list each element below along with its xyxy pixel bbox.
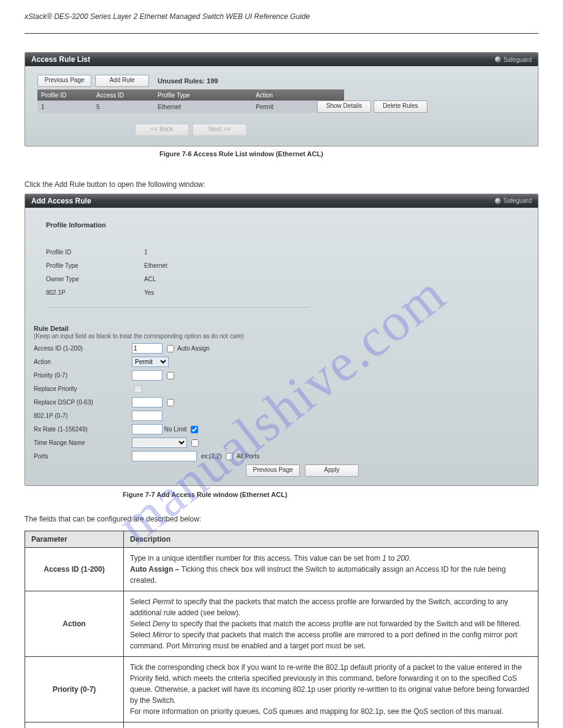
previous-page-button[interactable]: Previous Page: [37, 75, 91, 87]
8021p-rule-label: 802.1P (0-7): [34, 412, 132, 419]
table-header: Profile ID Access ID Profile Type Action: [37, 89, 344, 100]
desc-access-id: Type in a unique identifier number for t…: [124, 547, 538, 591]
doc-header-title: xStack® DES-3200 Series Layer 2 Ethernet…: [25, 12, 538, 21]
rule-detail-heading: Rule Detail: [34, 325, 69, 332]
apply-button[interactable]: Apply: [305, 464, 359, 477]
show-details-button[interactable]: Show Details: [317, 100, 371, 113]
param-priority: Priority (0-7): [25, 656, 124, 722]
panel-titlebar: Access Rule List Safeguard: [25, 53, 538, 66]
8021p-label: 802.1P: [46, 289, 144, 296]
profile-info-heading: Profile Information: [46, 221, 517, 229]
col-profile-type: Profile Type: [158, 92, 256, 99]
access-rule-list-panel: Access Rule List Safeguard Previous Page…: [25, 52, 538, 146]
replace-dscp-checkbox[interactable]: [167, 399, 174, 406]
param-access-id: Access ID (1-200): [25, 547, 124, 591]
ports-hint: ex:(1,2): [201, 453, 222, 460]
safeguard-icon: [495, 56, 501, 63]
priority-input[interactable]: [132, 370, 163, 381]
replace-priority-checkbox[interactable]: [134, 385, 142, 393]
mid-text: Click the Add Rule button to open the fo…: [25, 180, 538, 190]
priority-label: Priority (0-7): [34, 372, 132, 379]
ports-label: Ports: [34, 453, 132, 460]
unused-rules-label: Unused Rules: 199: [158, 77, 218, 85]
cell-profile-type: Ethernet: [158, 104, 256, 110]
no-limit-checkbox[interactable]: [191, 426, 198, 433]
add-access-rule-panel: Add Access Rule Safeguard Profile Inform…: [25, 194, 538, 486]
add-rule-button[interactable]: Add Rule: [95, 75, 149, 87]
figure-caption-1: Figure 7-6 Access Rule List window (Ethe…: [159, 150, 538, 157]
time-range-label: Time Range Name: [34, 439, 132, 446]
cell-action: Permit: [256, 104, 317, 110]
param-action: Action: [25, 591, 124, 656]
intro-text: The fields that can be configured are de…: [25, 514, 538, 525]
desc-action: Select Permit to specify that the packet…: [124, 591, 538, 656]
action-label: Action: [34, 358, 132, 365]
8021p-value: Yes: [144, 289, 517, 296]
rx-rate-input[interactable]: [132, 424, 163, 434]
priority-checkbox[interactable]: [167, 372, 174, 379]
safeguard-label-2: Safeguard: [504, 197, 532, 204]
pager-next-button[interactable]: Next >>: [193, 124, 247, 136]
owner-type-value: ACL: [144, 276, 517, 282]
safeguard-label: Safeguard: [504, 56, 532, 63]
desc-priority: Tick the corresponding check box if you …: [124, 656, 538, 722]
header-rule: [25, 33, 538, 34]
8021p-input[interactable]: [132, 411, 163, 421]
time-range-select[interactable]: [132, 438, 187, 448]
all-ports-label: All Ports: [237, 453, 259, 460]
desc-replace-priority: Tick this check box to replace the Prior…: [124, 722, 538, 728]
access-id-label: Access ID (1-200): [34, 345, 132, 352]
profile-id-value: 1: [144, 249, 517, 256]
table-row: Replace Priority Tick this check box to …: [25, 722, 538, 728]
safeguard-indicator: Safeguard: [495, 56, 532, 63]
auto-assign-checkbox[interactable]: [167, 345, 174, 352]
table-row: Action Select Permit to specify that the…: [25, 591, 538, 656]
no-limit-label: No Limit: [164, 426, 187, 433]
previous-page-button-2[interactable]: Previous Page: [246, 464, 300, 477]
profile-type-value: Ethernet: [144, 262, 517, 269]
access-id-input[interactable]: [132, 343, 163, 354]
table-row: Priority (0-7) Tick the corresponding ch…: [25, 656, 538, 722]
action-select[interactable]: Permit: [132, 357, 169, 367]
auto-assign-label: Auto Assign: [177, 345, 210, 352]
cell-profile-id: 1: [41, 104, 96, 110]
th-description: Description: [124, 531, 538, 547]
col-profile-id: Profile ID: [41, 92, 96, 99]
profile-id-label: Profile ID: [46, 249, 144, 256]
replace-priority-label: Replace Priority: [34, 385, 132, 392]
delete-rules-button[interactable]: Delete Rules: [373, 100, 427, 113]
pager: << Back Next >>: [37, 124, 381, 136]
safeguard-indicator-2: Safeguard: [495, 197, 532, 204]
table-row: 1 5 Ethernet Permit Show Details Delete …: [37, 100, 344, 113]
col-access-id: Access ID: [96, 92, 158, 99]
pager-back-button[interactable]: << Back: [135, 124, 189, 136]
profile-type-label: Profile Type: [46, 262, 144, 269]
rule-detail-hint: (Keep an input field as blank to treat t…: [34, 333, 243, 339]
replace-dscp-label: Replace DSCP (0-63): [34, 399, 132, 406]
param-replace-priority: Replace Priority: [25, 722, 124, 728]
owner-type-label: Owner Type: [46, 276, 144, 282]
col-action: Action: [256, 92, 317, 99]
section-divider: [46, 307, 310, 308]
time-range-checkbox[interactable]: [191, 439, 199, 447]
table-row: Access ID (1-200) Type in a unique ident…: [25, 547, 538, 591]
parameter-table: Parameter Description Access ID (1-200) …: [25, 531, 538, 728]
rx-rate-label: Rx Rate (1-156249): [34, 426, 132, 433]
panel-title: Access Rule List: [31, 55, 90, 64]
th-parameter: Parameter: [25, 531, 124, 547]
panel-title-2: Add Access Rule: [31, 197, 91, 205]
safeguard-icon-2: [495, 198, 501, 204]
replace-dscp-input[interactable]: [132, 397, 163, 408]
panel-titlebar-2: Add Access Rule Safeguard: [25, 194, 538, 208]
ports-input[interactable]: [132, 451, 197, 461]
cell-access-id: 5: [96, 104, 158, 110]
figure-caption-2: Figure 7-7 Add Access Rule window (Ether…: [123, 491, 538, 498]
all-ports-checkbox[interactable]: [226, 453, 233, 460]
